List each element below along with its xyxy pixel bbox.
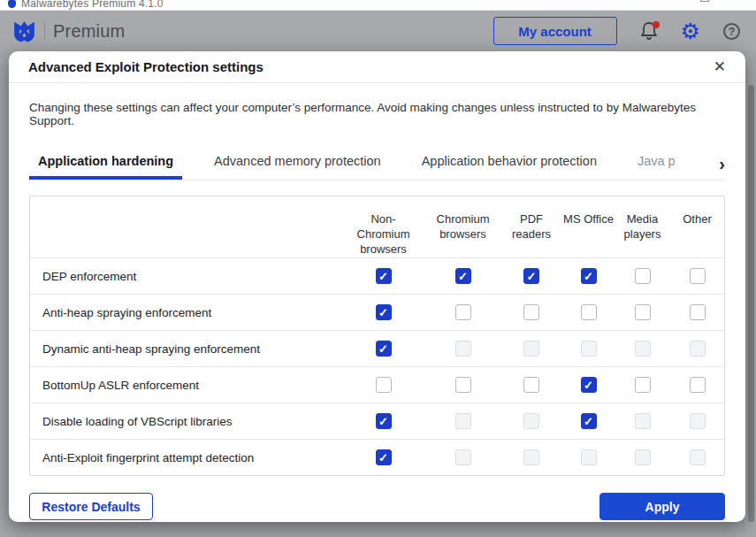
checkbox-anti-heap-spraying-enforcement-non-chromium-browsers[interactable]: ✓ <box>376 304 392 320</box>
brand-name: Premium <box>53 21 125 42</box>
checkbox-dynamic-anti-heap-spraying-enforcement-pdf-readers <box>523 341 539 357</box>
brand: Premium <box>12 19 125 42</box>
dialog-header: Advanced Exploit Protection settings ✕ <box>9 51 745 83</box>
help-icon[interactable]: ? <box>723 23 740 40</box>
table-row-dynamic-anti-heap-spraying-enforcement: Dynamic anti-heap spraying enforcement✓ <box>30 330 724 366</box>
maximize-icon[interactable] <box>700 0 709 2</box>
settings-table: Non-Chromium browsersChromium browsersPD… <box>29 196 725 476</box>
check-mark-icon: ✓ <box>458 271 468 282</box>
advanced-exploit-protection-dialog: Advanced Exploit Protection settings ✕ C… <box>9 51 745 522</box>
checkbox-dynamic-anti-heap-spraying-enforcement-other <box>690 341 706 357</box>
apply-button[interactable]: Apply <box>599 493 725 520</box>
checkbox-dep-enforcement-pdf-readers[interactable]: ✓ <box>523 268 539 284</box>
row-label: Anti-Exploit fingerprint attempt detecti… <box>30 451 342 464</box>
checkbox-anti-heap-spraying-enforcement-media-players[interactable] <box>635 304 651 320</box>
checkbox-anti-exploit-fingerprint-attempt-detection-non-chromium-browsers[interactable]: ✓ <box>376 449 392 465</box>
checkbox-anti-heap-spraying-enforcement-chromium-browsers[interactable] <box>455 304 471 320</box>
checkbox-bottomup-aslr-enforcement-media-players[interactable] <box>635 377 651 393</box>
table-row-anti-exploit-fingerprint-attempt-detection: Anti-Exploit fingerprint attempt detecti… <box>30 439 724 475</box>
tab-advanced-memory-protection[interactable]: Advanced memory protection <box>205 147 390 180</box>
notification-badge <box>653 21 660 28</box>
notifications-bell-icon[interactable] <box>640 21 658 41</box>
dialog-description: Changing these settings can affect your … <box>9 83 745 127</box>
check-mark-icon: ✓ <box>378 452 388 464</box>
brand-divider <box>44 21 45 41</box>
checkbox-dep-enforcement-chromium-browsers[interactable]: ✓ <box>455 268 471 284</box>
checkbox-disable-loading-of-vbscript-libraries-other <box>690 413 706 429</box>
check-mark-icon: ✓ <box>378 307 388 318</box>
table-header-row: Non-Chromium browsersChromium browsersPD… <box>30 196 724 257</box>
checkbox-bottomup-aslr-enforcement-non-chromium-browsers[interactable] <box>376 377 392 393</box>
column-header-other: Other <box>683 211 712 226</box>
table-row-anti-heap-spraying-enforcement: Anti-heap spraying enforcement✓ <box>30 294 724 330</box>
app-logo-icon <box>8 0 16 8</box>
checkbox-dynamic-anti-heap-spraying-enforcement-chromium-browsers <box>455 341 471 357</box>
checkbox-anti-heap-spraying-enforcement-pdf-readers[interactable] <box>523 304 539 320</box>
close-window-icon[interactable]: ✕ <box>734 0 744 2</box>
check-mark-icon: ✓ <box>378 416 388 427</box>
row-label: Disable loading of VBScript libraries <box>30 415 342 428</box>
tabs-row: Application hardeningAdvanced memory pro… <box>29 147 725 180</box>
row-label: Dynamic anti-heap spraying enforcement <box>30 342 342 356</box>
tab-application-hardening[interactable]: Application hardening <box>29 147 182 180</box>
checkbox-disable-loading-of-vbscript-libraries-chromium-browsers <box>455 413 471 429</box>
checkbox-dep-enforcement-ms-office[interactable]: ✓ <box>581 268 597 284</box>
checkbox-anti-exploit-fingerprint-attempt-detection-ms-office <box>581 449 597 465</box>
check-mark-icon: ✓ <box>584 271 593 282</box>
column-header-ms-office: MS Office <box>563 211 614 226</box>
check-mark-icon: ✓ <box>584 380 593 391</box>
check-mark-icon: ✓ <box>378 343 388 355</box>
tab-application-behavior-protection[interactable]: Application behavior protection <box>413 147 606 180</box>
checkbox-disable-loading-of-vbscript-libraries-non-chromium-browsers[interactable]: ✓ <box>376 413 392 429</box>
checkbox-bottomup-aslr-enforcement-pdf-readers[interactable] <box>523 377 539 393</box>
table-row-dep-enforcement: DEP enforcement✓✓✓✓ <box>30 257 724 294</box>
malwarebytes-logo-icon <box>12 19 36 42</box>
column-header-non-chromium-browsers: Non-Chromium browsers <box>346 211 422 257</box>
app-header: Premium My account ⚙ ? <box>0 11 756 51</box>
column-header-media-players: Media players <box>615 211 669 242</box>
table-body: DEP enforcement✓✓✓✓Anti-heap spraying en… <box>30 257 724 475</box>
row-label: BottomUp ASLR enforcement <box>30 379 342 392</box>
checkbox-anti-exploit-fingerprint-attempt-detection-pdf-readers <box>523 449 539 465</box>
checkbox-anti-exploit-fingerprint-attempt-detection-media-players <box>635 449 651 465</box>
row-label: Anti-heap spraying enforcement <box>30 306 342 319</box>
background-scrollbar <box>748 85 754 522</box>
window-title: Malwarebytes Premium 4.1.0 <box>21 0 164 10</box>
tabs-scroll-right-icon[interactable]: › <box>717 155 725 180</box>
checkbox-disable-loading-of-vbscript-libraries-pdf-readers <box>523 413 539 429</box>
checkbox-dynamic-anti-heap-spraying-enforcement-ms-office <box>581 341 597 357</box>
row-label: DEP enforcement <box>30 270 342 283</box>
checkbox-disable-loading-of-vbscript-libraries-media-players <box>635 413 651 429</box>
checkbox-dep-enforcement-non-chromium-browsers[interactable]: ✓ <box>376 268 392 284</box>
dialog-title: Advanced Exploit Protection settings <box>28 59 263 74</box>
checkbox-dynamic-anti-heap-spraying-enforcement-non-chromium-browsers[interactable]: ✓ <box>376 341 392 357</box>
restore-defaults-button[interactable]: Restore Defaults <box>29 493 153 520</box>
checkbox-anti-exploit-fingerprint-attempt-detection-chromium-browsers <box>455 449 471 465</box>
check-mark-icon: ✓ <box>527 271 537 282</box>
my-account-button[interactable]: My account <box>493 17 617 45</box>
checkbox-dep-enforcement-other[interactable] <box>690 268 706 284</box>
dialog-footer: Restore Defaults Apply <box>29 491 725 522</box>
table-row-bottomup-aslr-enforcement: BottomUp ASLR enforcement✓ <box>30 366 724 403</box>
checkbox-anti-heap-spraying-enforcement-other[interactable] <box>690 304 706 320</box>
os-titlebar: Malwarebytes Premium 4.1.0 ✕ <box>0 0 756 11</box>
column-header-pdf-readers: PDF readers <box>501 211 561 242</box>
checkbox-bottomup-aslr-enforcement-ms-office[interactable]: ✓ <box>581 377 597 393</box>
checkbox-bottomup-aslr-enforcement-other[interactable] <box>690 377 706 393</box>
table-row-disable-loading-of-vbscript-libraries: Disable loading of VBScript libraries✓✓ <box>30 403 724 439</box>
column-header-chromium-browsers: Chromium browsers <box>425 211 501 242</box>
checkbox-anti-exploit-fingerprint-attempt-detection-other <box>690 449 706 465</box>
checkbox-bottomup-aslr-enforcement-chromium-browsers[interactable] <box>455 377 471 393</box>
checkbox-disable-loading-of-vbscript-libraries-ms-office[interactable]: ✓ <box>581 413 597 429</box>
tab-java-protection[interactable]: Java protection <box>629 147 675 180</box>
dialog-tabs: Application hardeningAdvanced memory pro… <box>29 147 717 180</box>
checkbox-dep-enforcement-media-players[interactable] <box>635 268 651 284</box>
checkbox-anti-heap-spraying-enforcement-ms-office[interactable] <box>581 304 597 320</box>
check-mark-icon: ✓ <box>378 271 388 282</box>
check-mark-icon: ✓ <box>584 416 593 427</box>
checkbox-dynamic-anti-heap-spraying-enforcement-media-players <box>635 341 651 357</box>
dialog-close-icon[interactable]: ✕ <box>714 58 726 76</box>
settings-gear-icon[interactable]: ⚙ <box>681 21 700 41</box>
